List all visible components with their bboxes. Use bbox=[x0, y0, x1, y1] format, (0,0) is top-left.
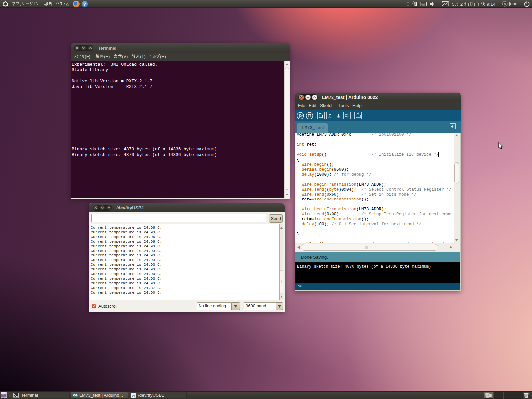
svg-text:?: ? bbox=[83, 2, 86, 7]
